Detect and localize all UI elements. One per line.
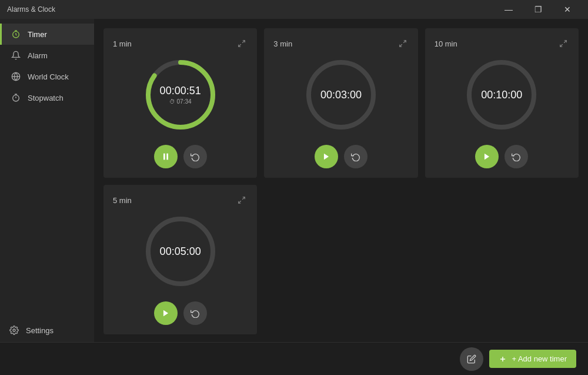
timer-1-sub: ⏱ 07:34 (160, 98, 201, 105)
timer-3-time: 00:10:00 (481, 89, 522, 101)
expand-icon-4[interactable] (236, 194, 248, 206)
add-timer-label: + Add new timer (512, 354, 567, 363)
world-clock-label: World Clock (28, 72, 69, 81)
timer-grid: 1 min (103, 28, 579, 334)
timer-1-controls (154, 145, 207, 168)
timer-label: Timer (28, 30, 47, 39)
timer-2-label: 3 min (273, 39, 292, 48)
timer-1-reset-button[interactable] (183, 145, 207, 168)
timer-4-reset-button[interactable] (183, 301, 207, 325)
sidebar-item-world-clock[interactable]: World Clock (0, 66, 94, 87)
bottom-bar: + Add new timer (0, 342, 588, 375)
expand-icon-1[interactable] (236, 38, 248, 49)
timer-2-display: 00:03:00 (320, 89, 362, 101)
sidebar-item-timer[interactable]: Timer (0, 24, 94, 45)
timer-3-display: 00:10:00 (481, 89, 522, 101)
timer-2-ring: 00:03:00 (303, 57, 379, 133)
timer-card-2: 3 min (264, 28, 417, 178)
expand-icon-3[interactable] (557, 38, 569, 49)
svg-rect-12 (166, 154, 168, 160)
svg-line-7 (242, 41, 245, 43)
svg-marker-22 (485, 154, 489, 160)
main-layout: Timer Alarm (0, 19, 588, 342)
svg-marker-27 (163, 310, 168, 317)
sidebar-item-stopwatch[interactable]: Stopwatch (0, 87, 94, 108)
svg-line-13 (403, 41, 406, 43)
timer-card-1-header: 1 min (113, 38, 248, 49)
edit-button[interactable] (460, 347, 483, 371)
timer-3-controls (475, 145, 528, 168)
timer-3-label: 10 min (435, 39, 457, 48)
svg-line-8 (239, 44, 241, 47)
settings-label: Settings (26, 326, 54, 335)
timer-2-controls (315, 145, 368, 168)
svg-line-23 (242, 197, 245, 200)
world-clock-icon (11, 72, 21, 81)
alarm-icon (11, 51, 21, 60)
timer-1-label: 1 min (113, 39, 132, 48)
app-title: Alarms & Clock (7, 5, 55, 14)
timer-2-play-button[interactable] (315, 145, 338, 168)
sidebar: Timer Alarm (0, 19, 94, 342)
svg-marker-17 (324, 154, 329, 160)
timer-card-2-header: 3 min (273, 38, 408, 49)
maximize-button[interactable]: ❐ (524, 0, 552, 19)
titlebar: Alarms & Clock — ❐ ✕ (0, 0, 588, 19)
content-area: 1 min (94, 19, 588, 342)
minimize-button[interactable]: — (495, 0, 522, 19)
timer-icon (11, 29, 21, 39)
svg-line-14 (399, 44, 402, 47)
svg-rect-11 (163, 154, 165, 160)
add-timer-button[interactable]: + Add new timer (489, 350, 576, 368)
timer-card-3: 10 min (425, 28, 579, 178)
stopwatch-icon (11, 93, 21, 102)
timer-1-pause-button[interactable] (154, 145, 178, 168)
timer-3-ring: 00:10:00 (463, 57, 540, 133)
svg-line-24 (239, 201, 241, 203)
sidebar-nav: Timer Alarm (0, 19, 94, 318)
close-button[interactable]: ✕ (554, 0, 581, 19)
timer-1-ring: 00:00:51 ⏱ 07:34 (142, 57, 219, 133)
timer-4-controls (154, 301, 207, 325)
timer-4-play-button[interactable] (154, 301, 178, 325)
svg-line-18 (564, 41, 566, 43)
settings-icon (9, 326, 19, 335)
expand-icon-2[interactable] (397, 38, 409, 49)
timer-card-1: 1 min (103, 28, 257, 178)
timer-4-display: 00:05:00 (160, 245, 201, 258)
timer-card-4: 5 min (103, 185, 257, 334)
timer-3-reset-button[interactable] (505, 145, 528, 168)
timer-2-reset-button[interactable] (344, 145, 368, 168)
svg-line-19 (560, 44, 563, 47)
timer-3-play-button[interactable] (475, 145, 499, 168)
timer-1-display: 00:00:51 (160, 85, 201, 97)
stopwatch-label: Stopwatch (28, 94, 64, 102)
timer-4-label: 5 min (113, 196, 132, 205)
timer-1-time: 00:00:51 ⏱ 07:34 (160, 85, 201, 105)
window-controls: — ❐ ✕ (495, 0, 581, 19)
timer-4-time: 00:05:00 (160, 245, 201, 258)
timer-4-ring: 00:05:00 (142, 213, 219, 290)
sidebar-item-alarm[interactable]: Alarm (0, 45, 94, 66)
timer-card-4-header: 5 min (113, 194, 248, 206)
timer-2-time: 00:03:00 (320, 89, 362, 101)
timer-card-3-header: 10 min (435, 38, 569, 49)
sidebar-item-settings[interactable]: Settings (0, 318, 94, 342)
alarm-label: Alarm (28, 51, 48, 60)
svg-point-6 (13, 329, 15, 331)
